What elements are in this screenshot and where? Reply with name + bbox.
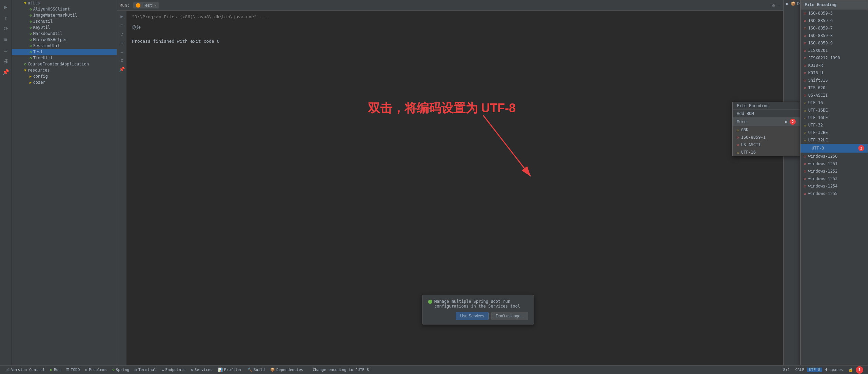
status-spring[interactable]: ⚙ Spring [110, 366, 132, 374]
tree-item-time[interactable]: ⚙ TimeUtil [12, 55, 117, 61]
encoding-item-utf16[interactable]: ⚠ UTF-16 [801, 99, 868, 106]
status-position[interactable]: 8:1 [781, 368, 793, 372]
encoding-item-iso8859-6[interactable]: ⊘ ISO-8859-6 [801, 17, 868, 24]
tree-item-session[interactable]: ⚙ SessionUtil [12, 43, 117, 49]
warn-icon: ⚠ [804, 101, 806, 105]
sub-item-usascii[interactable]: ⊘US-ASCII [733, 141, 800, 149]
tree-item-config[interactable]: ▶ config [12, 73, 117, 79]
status-todo[interactable]: ☰ TODO [63, 366, 83, 374]
pin-icon[interactable]: 📌 [1, 67, 11, 77]
run-icon[interactable]: ▶ [1, 2, 11, 12]
encoding-item-iso8859-7[interactable]: ⊘ ISO-8859-7 [801, 24, 868, 32]
status-right: 8:1 CRLF UTF-8 4 spaces 🔒 1 [781, 366, 865, 374]
print-icon[interactable]: 🖨 [1, 56, 11, 66]
encoding-item-jisx0201[interactable]: ⊘ JISX0201 [801, 47, 868, 54]
encoding-item-utf32be[interactable]: ⚠ UTF-32BE [801, 129, 868, 136]
encoding-item-w1251[interactable]: ⊘ windows-1251 [801, 160, 868, 168]
encoding-item-utf8[interactable]: UTF-8 3 [801, 144, 868, 153]
status-run[interactable]: ▶ Run [47, 366, 63, 374]
list-icon[interactable]: ≡ [1, 34, 11, 44]
pin2-icon[interactable]: 📌 [118, 65, 126, 73]
status-spaces[interactable]: 4 spaces [822, 368, 846, 372]
encoding-item-shiftjis[interactable]: ⊘ ShiftJIS [801, 77, 868, 84]
run-output: "D:\Program Files (x86)\java8\jdk\bin\ja… [132, 14, 778, 45]
tree-item-markdown[interactable]: ⚙ MarkdownUtil [12, 31, 117, 37]
encoding-item-tis620[interactable]: ⊘ TIS-620 [801, 84, 868, 92]
error-icon: ⊘ [804, 162, 806, 166]
sub-item-utf16[interactable]: ⚠UTF-16 [733, 149, 800, 156]
minimize-icon[interactable]: — [778, 3, 781, 8]
status-build[interactable]: 🔨 Build [245, 366, 268, 374]
rerun-icon[interactable]: ⟳ [1, 23, 11, 34]
encoding-item-utf16le[interactable]: ⚠ UTF-16LE [801, 114, 868, 121]
wrap2-icon[interactable]: ↵ [119, 48, 124, 55]
up-icon[interactable]: ↑ [1, 13, 11, 23]
error-icon: ⊘ [804, 48, 806, 53]
tree-item-test[interactable]: ⚙ Test [12, 49, 117, 55]
popup-content: ⬤ Manage multiple Spring Boot run config… [428, 299, 528, 309]
status-lock-icon[interactable]: 🔒 [846, 368, 856, 372]
error-icon: ⊘ [804, 78, 806, 83]
dont-ask-button[interactable]: Don't ask aga... [491, 312, 528, 320]
run-tab-close[interactable]: ✕ [155, 3, 157, 7]
status-services[interactable]: ⚙ Services [188, 366, 215, 374]
warn-icon: ⚠ [804, 123, 806, 127]
status-dependencies[interactable]: 📦 Dependencies [268, 366, 306, 374]
up-arrow-icon[interactable]: ↑ [119, 21, 124, 29]
status-line-ending[interactable]: CRLF [792, 368, 807, 372]
encoding-item-iso8859-8[interactable]: ⊘ ISO-8859-8 [801, 32, 868, 39]
file-encoding-menu-item[interactable]: File Encoding [733, 102, 800, 110]
tree-item-key[interactable]: ⚙ KeyUtil [12, 24, 117, 31]
tree-utils-folder[interactable]: ▼ utils [12, 0, 117, 6]
encoding-item-iso8859-9[interactable]: ⊘ ISO-8859-9 [801, 39, 868, 47]
encoding-item-usascii[interactable]: ⊘ US-ASCII [801, 92, 868, 99]
encoding-item-w1250[interactable]: ⊘ windows-1250 [801, 153, 868, 160]
use-services-button[interactable]: Use Services [456, 312, 489, 320]
settings-icon[interactable]: ⚙ [772, 3, 775, 8]
encoding-item-koi8r[interactable]: ⊘ KOI8-R [801, 62, 868, 69]
run-tab[interactable]: 🟠 Test ✕ [133, 2, 159, 8]
badge-2: 2 [790, 119, 796, 125]
wrap-icon[interactable]: ↵ [1, 45, 11, 55]
spring-class-icon: ⚙ [29, 50, 32, 54]
more-menu-item[interactable]: More ▶ 2 [733, 117, 800, 126]
status-terminal[interactable]: ⊞ Terminal [132, 366, 159, 374]
play-icon[interactable]: ▶ [119, 13, 124, 20]
status-profiler[interactable]: 📊 Profiler [215, 366, 245, 374]
sub-item-iso8859-1[interactable]: ⊘ISO-8859-1 [733, 134, 800, 141]
tree-item-watermark[interactable]: ⚙ ImageWatermarkUtil [12, 12, 117, 18]
folder-icon: ▶ [29, 80, 32, 85]
encoding-item-w1255[interactable]: ⊘ windows-1255 [801, 190, 868, 197]
encoding-item-w1253[interactable]: ⊘ windows-1253 [801, 175, 868, 182]
tree-item-minio[interactable]: ⚙ MinioOSSHelper [12, 37, 117, 43]
file-encoding-menu[interactable]: File Encoding ⊘ ISO-8859-5 ⊘ ISO-8859-6 … [800, 0, 868, 365]
status-version-control[interactable]: ⎇ Version Control [3, 366, 47, 374]
badge-1: 1 [856, 366, 863, 374]
add-bom-menu-item[interactable]: Add BOM [733, 110, 800, 117]
encoding-item-w1252[interactable]: ⊘ windows-1252 [801, 168, 868, 175]
spring-popup-icon: ⬤ [428, 299, 432, 304]
tree-item-dozer[interactable]: ▶ dozer [12, 79, 117, 85]
status-encoding[interactable]: UTF-8 [807, 368, 822, 372]
badge-3: 3 [858, 145, 864, 151]
encoding-item-jisx0212[interactable]: ⊘ JISX0212-1990 [801, 54, 868, 62]
encoding-item-w1254[interactable]: ⊘ windows-1254 [801, 182, 868, 190]
tree-item-aliyun[interactable]: ⚙ AliyunOSSClient [12, 6, 117, 12]
status-endpoints[interactable]: ⊂ Endpoints [159, 366, 188, 374]
encoding-item-utf16be[interactable]: ⚠ UTF-16BE [801, 106, 868, 114]
tree-item-resources[interactable]: ▼ resources [12, 67, 117, 73]
warn-icon: ⚠ [804, 131, 806, 135]
encoding-context-menu: File Encoding Add BOM More ▶ 2 ⚠GBK ⊘ISO… [732, 102, 800, 156]
tree-item-json[interactable]: ⚙ JsonUtil [12, 18, 117, 24]
encoding-item-utf32[interactable]: ⚠ UTF-32 [801, 121, 868, 129]
tree-item-coursefrontend[interactable]: ⚙ CourseFrontendApplication [12, 61, 117, 67]
print2-icon[interactable]: ⊡ [119, 57, 124, 64]
rerun-icon[interactable]: ↺ [119, 30, 124, 38]
sub-item-gbk[interactable]: ⚠GBK [733, 126, 800, 134]
dep-folder-icon: 📦 [791, 1, 796, 6]
list2-icon[interactable]: ≡ [119, 39, 124, 46]
encoding-item-iso8859-5[interactable]: ⊘ ISO-8859-5 [801, 9, 868, 17]
encoding-item-koi8u[interactable]: ⊘ KOI8-U [801, 69, 868, 77]
encoding-item-utf32le[interactable]: ⚠ UTF-32LE [801, 136, 868, 144]
status-problems[interactable]: ⊘ Problems [82, 366, 110, 374]
